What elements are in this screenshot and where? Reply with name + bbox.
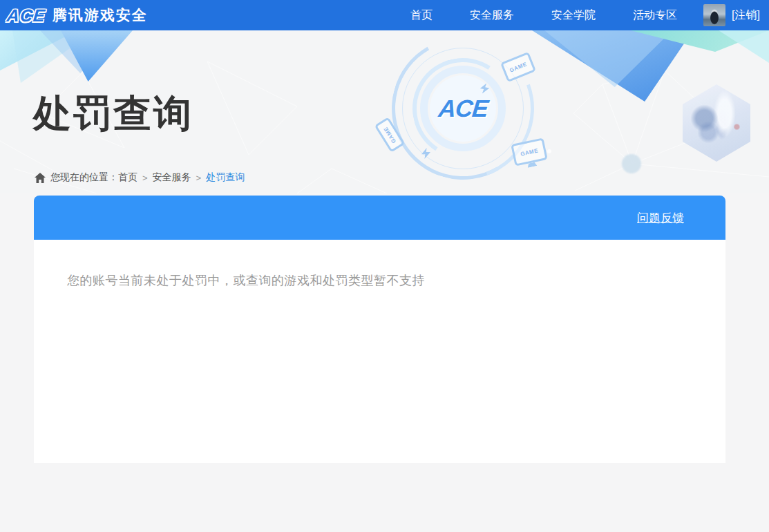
page-title: 处罚查询 bbox=[33, 88, 193, 140]
breadcrumb-item-security-services[interactable]: 安全服务 bbox=[153, 171, 191, 184]
game-monitor-label: GAME bbox=[520, 147, 538, 157]
top-nav-bar: ACE 腾讯游戏安全 首页 安全服务 安全学院 活动专区 [注销] bbox=[0, 0, 769, 30]
result-card: 您的账号当前未处于处罚中，或查询的游戏和处罚类型暂不支持 bbox=[34, 240, 725, 463]
user-avatar[interactable] bbox=[703, 4, 725, 26]
nav-item-security-services[interactable]: 安全服务 bbox=[470, 8, 514, 23]
ace-center-logo: ACE bbox=[437, 95, 488, 122]
hero-center-circle: ACE bbox=[430, 75, 496, 142]
breadcrumb-prefix: 您现在的位置： bbox=[50, 171, 118, 184]
game-phone-label: GAME bbox=[382, 126, 397, 144]
site-logo-text: 腾讯游戏安全 bbox=[53, 6, 148, 25]
breadcrumb-separator: > bbox=[142, 173, 148, 183]
nav-item-events[interactable]: 活动专区 bbox=[633, 8, 677, 23]
breadcrumb-item-current: 处罚查询 bbox=[206, 171, 245, 184]
home-icon bbox=[35, 173, 46, 183]
breadcrumb-item-home[interactable]: 首页 bbox=[118, 171, 137, 184]
game-tablet-label: GAME bbox=[509, 61, 527, 73]
breadcrumb: 您现在的位置： 首页 > 安全服务 > 处罚查询 bbox=[35, 171, 245, 184]
page: ACE 腾讯游戏安全 首页 安全服务 安全学院 活动专区 [注销] bbox=[0, 0, 769, 532]
feedback-link[interactable]: 问题反馈 bbox=[637, 210, 684, 226]
decorative-dot bbox=[622, 154, 641, 173]
ace-logo-icon: ACE bbox=[6, 6, 46, 26]
logout-link[interactable]: [注销] bbox=[732, 8, 760, 23]
nav-menu: 首页 安全服务 安全学院 活动专区 [注销] bbox=[373, 0, 760, 30]
nav-item-security-academy[interactable]: 安全学院 bbox=[551, 8, 596, 23]
breadcrumb-separator: > bbox=[196, 173, 202, 183]
hero-banner: ACE GAME GAME GAME 处罚查询 bbox=[0, 30, 769, 193]
result-message: 您的账号当前未处于处罚中，或查询的游戏和处罚类型暂不支持 bbox=[34, 240, 725, 289]
nav-item-home[interactable]: 首页 bbox=[410, 8, 433, 23]
site-logo[interactable]: ACE 腾讯游戏安全 bbox=[7, 6, 148, 26]
query-header-bar: 问题反馈 bbox=[34, 196, 725, 240]
